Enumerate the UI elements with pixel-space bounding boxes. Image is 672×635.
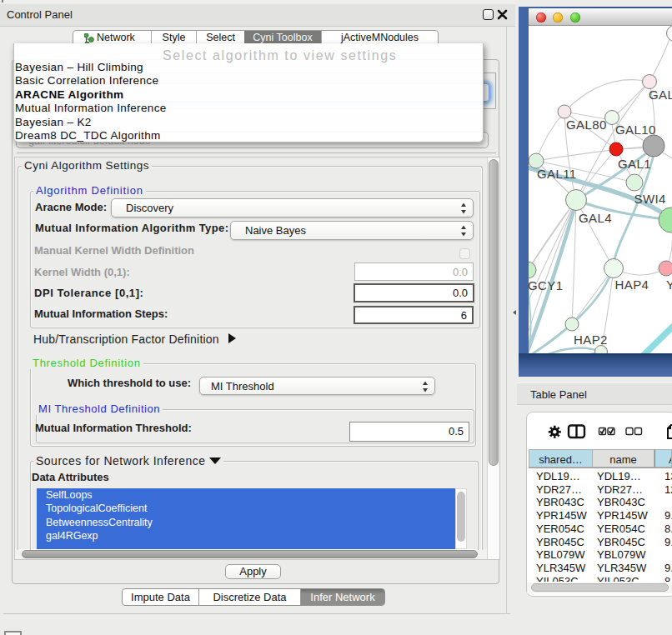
svg-text:HAP4: HAP4 bbox=[615, 278, 649, 292]
svg-text:GAL80: GAL80 bbox=[566, 118, 607, 132]
svg-text:GAL7: GAL7 bbox=[649, 88, 672, 102]
svg-text:GAL4: GAL4 bbox=[579, 211, 612, 225]
svg-text:GCY1: GCY1 bbox=[529, 278, 563, 292]
svg-text:GAL10: GAL10 bbox=[615, 122, 656, 137]
svg-text:YJ: YJ bbox=[666, 278, 672, 292]
svg-text:GAL1: GAL1 bbox=[618, 157, 651, 171]
svg-text:HAP2: HAP2 bbox=[574, 332, 608, 347]
svg-text:GAL11: GAL11 bbox=[537, 167, 577, 181]
svg-text:SWI4: SWI4 bbox=[634, 192, 666, 206]
